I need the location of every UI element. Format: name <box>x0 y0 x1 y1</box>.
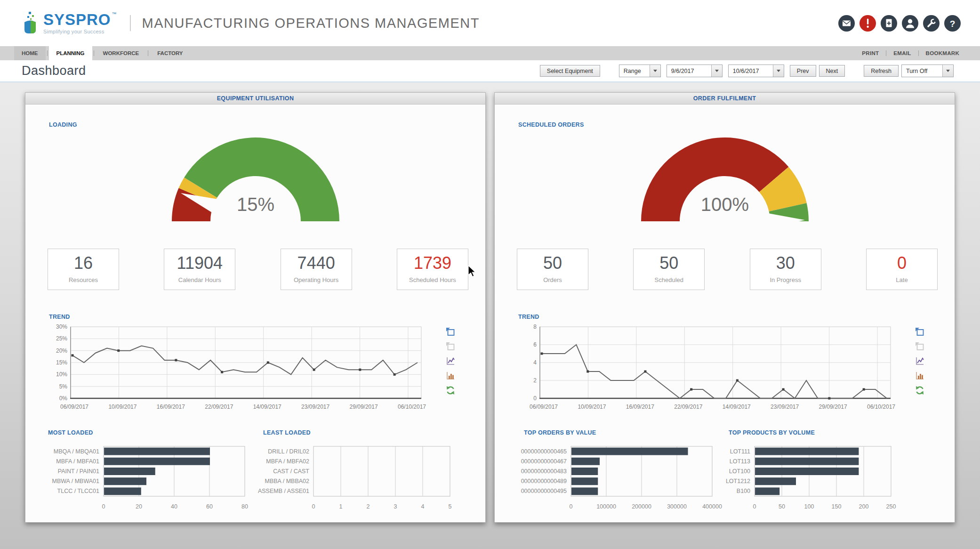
svg-text:15%: 15% <box>56 359 67 366</box>
page-toolbar: Dashboard Select Equipment Range 9/6/201… <box>0 60 980 82</box>
stat-value: 11904 <box>177 253 223 273</box>
svg-text:LOT113: LOT113 <box>730 458 750 465</box>
top-orders-chart-block: TOP ORDERS BY VALUE 01000002000003000004… <box>498 429 718 513</box>
scheduled-orders-gauge-chart: 100% <box>636 135 813 225</box>
stat-value: 50 <box>543 253 562 273</box>
section-label-trend: TREND <box>518 314 955 320</box>
stat-box-operating-hours: 7440 Operating Hours <box>281 249 352 290</box>
alert-icon[interactable] <box>859 15 876 32</box>
date-from-value: 9/6/2017 <box>667 65 711 77</box>
zoom-selection-icon[interactable] <box>915 327 925 337</box>
svg-text:14/09/2017: 14/09/2017 <box>723 404 751 410</box>
svg-text:16/09/2017: 16/09/2017 <box>157 404 185 410</box>
svg-text:06/10/2017: 06/10/2017 <box>867 404 895 410</box>
chevron-down-icon[interactable] <box>711 65 722 77</box>
select-equipment-button[interactable]: Select Equipment <box>540 65 600 77</box>
line-chart-view-icon[interactable] <box>445 356 456 366</box>
bar-chart-view-icon[interactable] <box>445 371 456 381</box>
email-link[interactable]: EMAIL <box>893 50 911 56</box>
svg-text:22/09/2017: 22/09/2017 <box>205 404 233 410</box>
turn-off-value: Turn Off <box>902 65 942 77</box>
bookmark-link[interactable]: BOOKMARK <box>926 50 959 56</box>
svg-text:5%: 5% <box>59 383 68 390</box>
panel-order-fulfilment: ORDER FULFILMENT SCHEDULED ORDERS 100% 5… <box>494 92 955 523</box>
svg-text:10/09/2017: 10/09/2017 <box>578 404 606 410</box>
svg-text:0: 0 <box>533 395 537 402</box>
stat-label: Late <box>896 276 908 283</box>
tab-planning[interactable]: PLANNING <box>49 46 92 60</box>
bar-chart-view-icon[interactable] <box>915 371 925 381</box>
svg-text:ASSEMB / ASSE01: ASSEMB / ASSE01 <box>258 488 309 494</box>
svg-text:250: 250 <box>886 503 896 510</box>
panel-title: ORDER FULFILMENT <box>495 93 955 105</box>
refresh-chart-icon[interactable] <box>915 385 925 396</box>
svg-text:00000000000495: 00000000000495 <box>521 488 567 494</box>
svg-text:29/09/2017: 29/09/2017 <box>819 404 847 410</box>
help-icon[interactable]: ? <box>944 15 961 32</box>
stat-value: 0 <box>897 253 907 273</box>
turn-off-select[interactable]: Turn Off <box>901 65 954 77</box>
svg-text:CAST / CAST: CAST / CAST <box>273 468 309 475</box>
tab-factory[interactable]: FACTORY <box>150 46 190 60</box>
section-label-trend: TREND <box>49 314 485 320</box>
stat-value: 50 <box>659 253 678 273</box>
stat-label: Operating Hours <box>294 276 338 283</box>
chevron-down-icon[interactable] <box>773 65 784 77</box>
tab-separator <box>94 50 94 56</box>
svg-text:06/09/2017: 06/09/2017 <box>60 404 88 410</box>
svg-text:1: 1 <box>339 503 343 510</box>
line-chart-view-icon[interactable] <box>915 356 925 366</box>
top-products-chart-block: TOP PRODUCTS BY VOLUME 050100150200250LO… <box>718 429 896 513</box>
zoom-out-icon[interactable] <box>915 341 925 352</box>
stat-box-scheduled: 50 Scheduled <box>633 249 705 290</box>
top-orders-bar-chart: 0100000200000300000400000000000000004650… <box>498 443 718 513</box>
svg-text:150: 150 <box>832 503 842 510</box>
tab-workforce[interactable]: WORKFORCE <box>96 46 147 60</box>
svg-text:80: 80 <box>241 503 248 510</box>
wrench-icon[interactable] <box>923 15 940 32</box>
svg-text:?: ? <box>950 18 956 28</box>
action-separator <box>886 50 886 56</box>
refresh-chart-icon[interactable] <box>445 385 456 396</box>
header-divider <box>130 15 131 31</box>
date-to-input[interactable]: 10/6/2017 <box>728 65 784 77</box>
svg-text:30%: 30% <box>56 323 67 330</box>
print-link[interactable]: PRINT <box>862 50 879 56</box>
most-loaded-chart-block: MOST LOADED 020406080MBQA / MBQA01MBFA /… <box>29 429 249 513</box>
nav-tabs: HOME PLANNING WORKFORCE FACTORY <box>14 46 191 60</box>
chart-toolbar <box>445 327 456 416</box>
next-button[interactable]: Next <box>819 65 845 77</box>
svg-text:TLCC / TLCC01: TLCC / TLCC01 <box>57 488 99 494</box>
svg-text:0: 0 <box>102 503 105 510</box>
svg-text:5: 5 <box>449 503 452 510</box>
section-label-loading: LOADING <box>49 121 485 128</box>
svg-text:MBFA / MBFA01: MBFA / MBFA01 <box>56 458 99 465</box>
zoom-selection-icon[interactable] <box>445 327 456 337</box>
svg-text:14/09/2017: 14/09/2017 <box>253 404 281 410</box>
mail-icon[interactable] <box>838 15 855 32</box>
trend-row: 8642006/09/201710/09/201716/09/201722/09… <box>518 322 955 416</box>
toolbar-controls: Select Equipment Range 9/6/2017 10/6/201… <box>540 65 954 77</box>
chevron-down-icon[interactable] <box>942 65 953 77</box>
svg-text:06/09/2017: 06/09/2017 <box>530 404 558 410</box>
chart-toolbar <box>915 327 925 416</box>
brand-tagline: Simplifying your Success <box>43 29 117 34</box>
svg-text:6: 6 <box>533 341 537 348</box>
svg-text:00000000000465: 00000000000465 <box>521 448 567 455</box>
add-document-icon[interactable] <box>880 15 898 32</box>
range-select[interactable]: Range <box>619 65 661 77</box>
svg-text:100%: 100% <box>700 194 748 215</box>
panel-equipment-utilisation: EQUIPMENT UTILISATION LOADING 15% 16 Res… <box>25 92 486 523</box>
refresh-button[interactable]: Refresh <box>864 65 899 77</box>
date-from-input[interactable]: 9/6/2017 <box>667 65 723 77</box>
chevron-down-icon[interactable] <box>650 65 660 77</box>
most-loaded-bar-chart: 020406080MBQA / MBQA01MBFA / MBFA01PAINT… <box>29 443 249 513</box>
svg-text:16/09/2017: 16/09/2017 <box>626 404 654 410</box>
tab-home[interactable]: HOME <box>14 46 46 60</box>
nav-actions: PRINT EMAIL BOOKMARK <box>862 46 959 60</box>
svg-text:06/10/2017: 06/10/2017 <box>398 404 426 410</box>
zoom-out-icon[interactable] <box>445 341 456 352</box>
prev-button[interactable]: Prev <box>790 65 816 77</box>
user-icon[interactable] <box>901 15 919 32</box>
least-loaded-chart-block: LEAST LOADED 012345DRILL / DRIL02MBFA / … <box>249 429 455 513</box>
